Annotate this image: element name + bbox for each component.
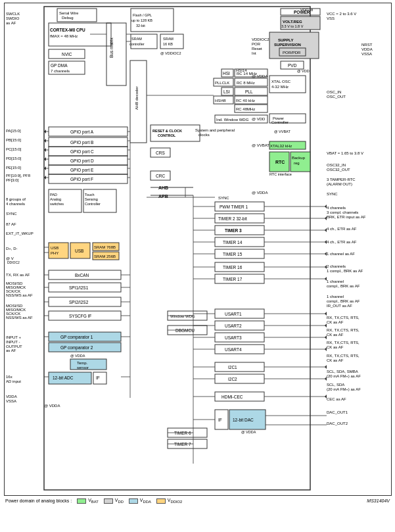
svg-text:7 channels: 7 channels: [51, 69, 70, 73]
svg-text:OSC32_IN: OSC32_IN: [327, 163, 346, 167]
svg-rect-132: [83, 189, 116, 212]
svg-rect-122: [49, 156, 128, 165]
svg-rect-190: [269, 152, 289, 172]
svg-text:clocks: clocks: [198, 133, 210, 137]
svg-rect-151: [281, 16, 320, 30]
svg-text:APB: APB: [158, 194, 168, 199]
svg-text:87 AF: 87 AF: [6, 222, 16, 226]
svg-text:HSI: HSI: [223, 71, 230, 76]
svg-text:RX, TX,CTS, RTS,: RX, TX,CTS, RTS,: [327, 328, 360, 332]
svg-text:reg: reg: [294, 161, 300, 165]
svg-text:TIMER 7: TIMER 7: [174, 442, 191, 447]
svg-text:SRAM 768B: SRAM 768B: [94, 245, 116, 249]
svg-text:Bus matrix: Bus matrix: [109, 37, 114, 58]
page: SWCLK SWDIO as AF PA[15:0] PB[15:0] PC[1…: [0, 0, 395, 508]
svg-rect-233: [215, 202, 264, 211]
svg-text:4 ch., ETR as AF: 4 ch., ETR as AF: [327, 227, 357, 231]
diagram-svg: SWCLK SWDIO as AF PA[15:0] PB[15:0] PC[1…: [5, 3, 391, 495]
svg-text:XTAL OSC: XTAL OSC: [271, 80, 291, 84]
svg-text:AD input: AD input: [6, 379, 21, 383]
block-diagram: SWCLK SWDIO as AF PA[15:0] PB[15:0] PC[1…: [4, 3, 392, 496]
svg-text:OSC_IN: OSC_IN: [327, 90, 341, 94]
svg-text:TIMER 2 32-bit: TIMER 2 32-bit: [218, 216, 247, 221]
svg-rect-227: [168, 326, 207, 335]
svg-rect-98: [49, 61, 85, 74]
svg-text:(20 mA FM+) as AF: (20 mA FM+) as AF: [327, 387, 361, 391]
svg-text:4 ch., ETR as AF: 4 ch., ETR as AF: [327, 240, 357, 244]
svg-rect-103: [131, 9, 174, 32]
svg-text:IR_OUT as AF: IR_OUT as AF: [327, 304, 352, 308]
svg-marker-309: [325, 216, 327, 220]
svg-text:4 channels: 4 channels: [6, 202, 25, 206]
legend-vddio2-box: [156, 498, 166, 504]
legend-label: Power domain of analog blocks :: [5, 498, 72, 503]
svg-text:AHB: AHB: [158, 185, 168, 190]
svg-text:switches: switches: [50, 202, 64, 206]
svg-text:TX, RX as AF: TX, RX as AF: [6, 273, 30, 277]
svg-text:PC[15:0]: PC[15:0]: [6, 147, 22, 151]
svg-text:USB: USB: [51, 246, 58, 250]
svg-text:PWM TIMER 1: PWM TIMER 1: [220, 205, 248, 209]
svg-text:Temp.: Temp.: [77, 361, 88, 365]
svg-text:TIMER 14: TIMER 14: [223, 240, 243, 245]
svg-rect-249: [215, 321, 264, 330]
svg-text:MISO/MCK: MISO/MCK: [6, 308, 26, 312]
svg-text:TIMER 16: TIMER 16: [223, 265, 243, 270]
svg-rect-199: [70, 243, 90, 258]
svg-rect-209: [49, 297, 121, 306]
svg-text:RC 8 MHz: RC 8 MHz: [237, 81, 255, 85]
svg-text:MOSI/SD: MOSI/SD: [6, 281, 23, 285]
svg-marker-315: [325, 312, 327, 316]
svg-text:SUPERVISION: SUPERVISION: [274, 43, 301, 47]
svg-rect-114: [130, 60, 147, 143]
svg-text:@ VDDA: @ VDDA: [252, 74, 267, 78]
svg-text:VDDA: VDDA: [6, 395, 17, 399]
legend-vddio2: VDDIO2: [156, 498, 182, 504]
svg-rect-225: [168, 311, 207, 320]
svg-text:32-bit: 32-bit: [136, 24, 145, 28]
svg-text:sensor: sensor: [77, 366, 89, 370]
svg-text:RC 40 kHz: RC 40 kHz: [236, 99, 255, 103]
svg-rect-136: [151, 125, 200, 141]
svg-text:3 compl. channels: 3 compl. channels: [327, 210, 358, 214]
svg-rect-218: [70, 359, 106, 370]
svg-rect-118: [49, 137, 128, 147]
svg-rect-215: [49, 343, 121, 352]
svg-text:DDIOC2: DDIOC2: [7, 260, 20, 264]
svg-text:3 TAMPER-RTC: 3 TAMPER-RTC: [327, 178, 356, 181]
svg-text:VSSA: VSSA: [361, 52, 372, 56]
svg-text:RX, TX,CTS, RTS,: RX, TX,CTS, RTS,: [327, 354, 360, 358]
svg-text:Analog: Analog: [50, 197, 61, 201]
svg-text:VBAT = 1.65 to 3.8 V: VBAT = 1.65 to 3.8 V: [327, 151, 363, 155]
svg-text:SWDIO: SWDIO: [6, 16, 20, 20]
svg-rect-261: [215, 410, 228, 429]
svg-text:MISO/MCK: MISO/MCK: [6, 285, 26, 289]
legend-vdd: VDD: [104, 498, 124, 504]
svg-text:USB: USB: [75, 249, 83, 253]
svg-rect-126: [49, 174, 128, 183]
svg-text:SUPPLY: SUPPLY: [278, 38, 293, 42]
svg-text:1 compl., BRK as AF: 1 compl., BRK as AF: [327, 269, 363, 273]
svg-rect-241: [215, 249, 264, 258]
svg-text:SCL, SDA: SCL, SDA: [327, 383, 344, 387]
svg-text:RX, TX,CTS, RTS,: RX, TX,CTS, RTS,: [327, 341, 360, 345]
svg-marker-312: [325, 252, 327, 256]
svg-text:RC 14 MHz: RC 14 MHz: [237, 72, 257, 76]
svg-text:NVIC: NVIC: [62, 52, 72, 57]
svg-text:TIMER 3: TIMER 3: [225, 228, 242, 233]
svg-rect-165: [235, 78, 267, 86]
svg-text:CK as AF: CK as AF: [327, 320, 344, 324]
svg-text:POWER: POWER: [294, 10, 310, 14]
svg-text:CK as AF: CK as AF: [327, 358, 344, 362]
svg-text:PF[10:9], PF8: PF[10:9], PF8: [6, 174, 31, 178]
svg-text:PA[15:0]: PA[15:0]: [6, 129, 21, 133]
svg-text:Serial Wire: Serial Wire: [59, 11, 79, 15]
svg-text:PLL: PLL: [245, 89, 253, 94]
svg-marker-322: [44, 130, 46, 133]
svg-text:Flash / GPL: Flash / GPL: [133, 13, 152, 17]
svg-text:4-32 MHz: 4-32 MHz: [271, 85, 289, 89]
svg-text:VDDA: VDDA: [361, 47, 373, 51]
svg-text:TIMER 15: TIMER 15: [223, 252, 243, 256]
svg-rect-192: [290, 152, 310, 172]
svg-text:PLLCLK: PLLCLK: [215, 81, 229, 85]
